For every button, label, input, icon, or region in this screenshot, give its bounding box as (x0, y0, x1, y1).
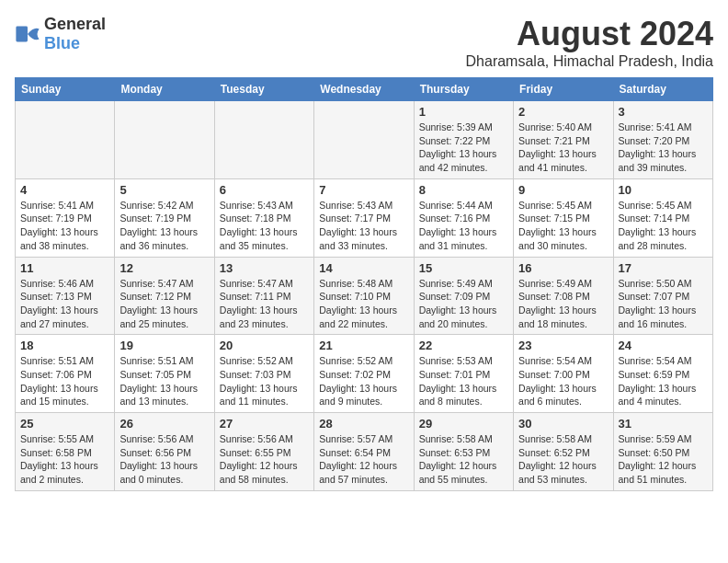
day-info: Sunrise: 5:43 AM Sunset: 7:18 PM Dayligh… (220, 199, 309, 253)
weekday-header: Saturday (613, 78, 712, 101)
day-number: 25 (20, 417, 109, 431)
svg-rect-0 (16, 27, 28, 42)
calendar-cell: 4Sunrise: 5:41 AM Sunset: 7:19 PM Daylig… (16, 178, 115, 257)
day-number: 21 (319, 339, 408, 352)
calendar-cell: 7Sunrise: 5:43 AM Sunset: 7:17 PM Daylig… (314, 178, 414, 257)
day-number: 8 (419, 183, 508, 197)
calendar-cell: 15Sunrise: 5:49 AM Sunset: 7:09 PM Dayli… (414, 257, 513, 335)
day-number: 28 (319, 417, 408, 431)
calendar-cell: 21Sunrise: 5:52 AM Sunset: 7:02 PM Dayli… (314, 335, 414, 413)
day-info: Sunrise: 5:54 AM Sunset: 6:59 PM Dayligh… (619, 354, 708, 408)
day-number: 5 (119, 183, 209, 197)
calendar-cell: 16Sunrise: 5:49 AM Sunset: 7:08 PM Dayli… (514, 257, 613, 335)
day-number: 29 (419, 417, 508, 431)
calendar-cell (314, 101, 414, 179)
calendar-cell: 31Sunrise: 5:59 AM Sunset: 6:50 PM Dayli… (613, 413, 712, 491)
weekday-header: Friday (514, 78, 613, 101)
day-number: 15 (419, 261, 508, 275)
day-info: Sunrise: 5:48 AM Sunset: 7:10 PM Dayligh… (319, 277, 408, 331)
calendar-cell: 9Sunrise: 5:45 AM Sunset: 7:15 PM Daylig… (514, 178, 613, 257)
calendar-cell: 28Sunrise: 5:57 AM Sunset: 6:54 PM Dayli… (314, 413, 414, 491)
day-number: 30 (518, 417, 608, 431)
day-info: Sunrise: 5:51 AM Sunset: 7:06 PM Dayligh… (20, 354, 109, 408)
calendar-header-row: SundayMondayTuesdayWednesdayThursdayFrid… (16, 78, 713, 101)
day-number: 17 (619, 261, 708, 275)
logo-icon (15, 21, 40, 47)
weekday-header: Wednesday (314, 78, 414, 101)
day-info: Sunrise: 5:51 AM Sunset: 7:05 PM Dayligh… (119, 354, 209, 408)
calendar-cell: 6Sunrise: 5:43 AM Sunset: 7:18 PM Daylig… (214, 178, 313, 257)
calendar-cell: 11Sunrise: 5:46 AM Sunset: 7:13 PM Dayli… (16, 257, 115, 335)
calendar-week-row: 1Sunrise: 5:39 AM Sunset: 7:22 PM Daylig… (16, 101, 713, 179)
weekday-header: Thursday (414, 78, 513, 101)
day-number: 23 (518, 339, 608, 352)
calendar-week-row: 25Sunrise: 5:55 AM Sunset: 6:58 PM Dayli… (16, 413, 713, 491)
header: General Blue August 2024 Dharamsala, Him… (15, 15, 713, 70)
day-number: 1 (419, 105, 508, 119)
day-number: 18 (20, 339, 109, 352)
calendar-cell: 13Sunrise: 5:47 AM Sunset: 7:11 PM Dayli… (214, 257, 313, 335)
calendar-cell: 30Sunrise: 5:58 AM Sunset: 6:52 PM Dayli… (514, 413, 613, 491)
day-number: 9 (518, 183, 608, 197)
day-number: 11 (20, 261, 109, 275)
day-info: Sunrise: 5:46 AM Sunset: 7:13 PM Dayligh… (20, 277, 109, 331)
day-info: Sunrise: 5:45 AM Sunset: 7:15 PM Dayligh… (518, 199, 608, 253)
calendar-cell: 27Sunrise: 5:56 AM Sunset: 6:55 PM Dayli… (214, 413, 313, 491)
calendar-cell: 22Sunrise: 5:53 AM Sunset: 7:01 PM Dayli… (414, 335, 513, 413)
day-number: 16 (518, 261, 608, 275)
day-number: 13 (220, 261, 309, 275)
calendar-cell: 2Sunrise: 5:40 AM Sunset: 7:21 PM Daylig… (514, 101, 613, 179)
calendar-cell: 14Sunrise: 5:48 AM Sunset: 7:10 PM Dayli… (314, 257, 414, 335)
day-info: Sunrise: 5:54 AM Sunset: 7:00 PM Dayligh… (518, 354, 608, 408)
day-info: Sunrise: 5:55 AM Sunset: 6:58 PM Dayligh… (20, 432, 109, 487)
calendar-cell: 3Sunrise: 5:41 AM Sunset: 7:20 PM Daylig… (613, 101, 712, 179)
calendar-week-row: 11Sunrise: 5:46 AM Sunset: 7:13 PM Dayli… (16, 257, 713, 335)
day-number: 2 (518, 105, 608, 119)
subtitle: Dharamsala, Himachal Pradesh, India (466, 53, 713, 70)
calendar-cell: 8Sunrise: 5:44 AM Sunset: 7:16 PM Daylig… (414, 178, 513, 257)
calendar-cell: 5Sunrise: 5:42 AM Sunset: 7:19 PM Daylig… (115, 178, 214, 257)
day-number: 4 (20, 183, 109, 197)
day-info: Sunrise: 5:39 AM Sunset: 7:22 PM Dayligh… (419, 121, 508, 175)
day-info: Sunrise: 5:57 AM Sunset: 6:54 PM Dayligh… (319, 432, 408, 487)
day-info: Sunrise: 5:58 AM Sunset: 6:52 PM Dayligh… (518, 432, 608, 487)
day-info: Sunrise: 5:41 AM Sunset: 7:19 PM Dayligh… (20, 199, 109, 253)
day-number: 31 (619, 417, 708, 431)
calendar-table: SundayMondayTuesdayWednesdayThursdayFrid… (15, 77, 713, 491)
day-number: 14 (319, 261, 408, 275)
calendar-cell: 24Sunrise: 5:54 AM Sunset: 6:59 PM Dayli… (613, 335, 712, 413)
day-info: Sunrise: 5:52 AM Sunset: 7:02 PM Dayligh… (319, 354, 408, 408)
weekday-header: Tuesday (214, 78, 313, 101)
day-number: 26 (119, 417, 209, 431)
calendar-cell: 20Sunrise: 5:52 AM Sunset: 7:03 PM Dayli… (214, 335, 313, 413)
day-info: Sunrise: 5:47 AM Sunset: 7:12 PM Dayligh… (119, 277, 209, 331)
day-info: Sunrise: 5:42 AM Sunset: 7:19 PM Dayligh… (119, 199, 209, 253)
day-info: Sunrise: 5:56 AM Sunset: 6:56 PM Dayligh… (119, 432, 209, 487)
day-number: 10 (619, 183, 708, 197)
day-info: Sunrise: 5:52 AM Sunset: 7:03 PM Dayligh… (220, 354, 309, 408)
day-number: 3 (619, 105, 708, 119)
day-info: Sunrise: 5:58 AM Sunset: 6:53 PM Dayligh… (419, 432, 508, 487)
calendar-cell: 25Sunrise: 5:55 AM Sunset: 6:58 PM Dayli… (16, 413, 115, 491)
day-number: 7 (319, 183, 408, 197)
calendar-cell: 17Sunrise: 5:50 AM Sunset: 7:07 PM Dayli… (613, 257, 712, 335)
weekday-header: Monday (115, 78, 214, 101)
day-number: 12 (119, 261, 209, 275)
calendar-cell (16, 101, 115, 179)
calendar-body: 1Sunrise: 5:39 AM Sunset: 7:22 PM Daylig… (16, 101, 713, 491)
day-number: 19 (119, 339, 209, 352)
logo-blue: Blue (44, 34, 80, 52)
logo-general: General (44, 15, 106, 33)
day-info: Sunrise: 5:45 AM Sunset: 7:14 PM Dayligh… (619, 199, 708, 253)
day-number: 24 (619, 339, 708, 352)
calendar-cell: 26Sunrise: 5:56 AM Sunset: 6:56 PM Dayli… (115, 413, 214, 491)
calendar-cell: 10Sunrise: 5:45 AM Sunset: 7:14 PM Dayli… (613, 178, 712, 257)
day-info: Sunrise: 5:44 AM Sunset: 7:16 PM Dayligh… (419, 199, 508, 253)
calendar-cell: 29Sunrise: 5:58 AM Sunset: 6:53 PM Dayli… (414, 413, 513, 491)
calendar-week-row: 4Sunrise: 5:41 AM Sunset: 7:19 PM Daylig… (16, 178, 713, 257)
day-number: 22 (419, 339, 508, 352)
day-info: Sunrise: 5:49 AM Sunset: 7:08 PM Dayligh… (518, 277, 608, 331)
logo-text: General Blue (44, 15, 106, 53)
day-info: Sunrise: 5:43 AM Sunset: 7:17 PM Dayligh… (319, 199, 408, 253)
calendar-cell (115, 101, 214, 179)
